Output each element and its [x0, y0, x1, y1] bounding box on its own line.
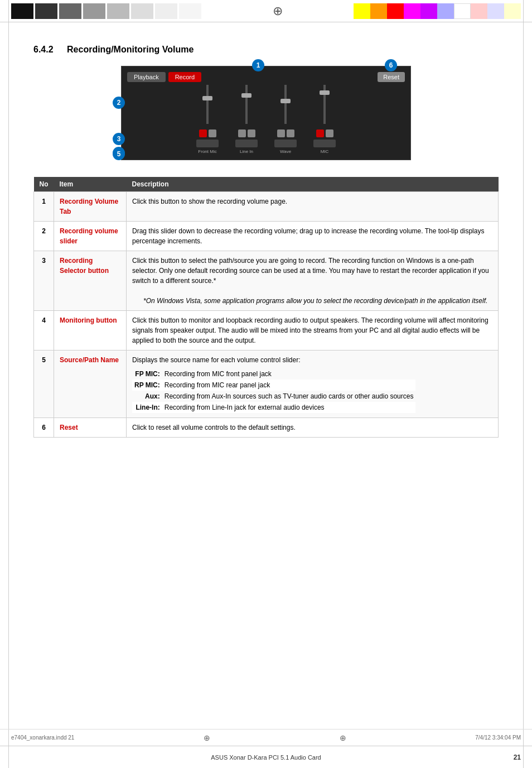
color-strip-3 — [387, 3, 404, 19]
source-line-in-value: Recording from Line-In jack for external… — [162, 402, 416, 413]
source-rp-mic-value: Recording from MIC rear panel jack — [162, 380, 416, 391]
footer-bar: ASUS Xonar D-Kara PCI 5.1 Audio Card 21 — [0, 746, 532, 768]
row-5-no: 5 — [34, 351, 54, 418]
callout-5: 5 — [113, 148, 125, 160]
channel-2-record-btn[interactable] — [238, 129, 246, 137]
callout-1: 1 — [252, 59, 264, 71]
row-1-item: Recording Volume Tab — [54, 192, 127, 222]
channel-2-mute-btn[interactable] — [248, 129, 255, 137]
callout-3: 3 — [113, 133, 125, 145]
table-header-no: No — [34, 177, 54, 192]
source-row-aux: Aux: Recording from Aux-In sources such … — [132, 391, 415, 402]
table-row: 5 Source/Path Name Displays the source n… — [34, 351, 499, 418]
channel-4-slider-thumb[interactable] — [320, 90, 330, 95]
table-row: 2 Recording volume slider Drag this slid… — [34, 222, 499, 251]
row-6-item: Reset — [54, 418, 127, 438]
color-block-8 — [179, 3, 201, 19]
bottom-strip-compass-right: ⊕ — [340, 733, 346, 742]
main-content: 6.4.2 Recording/Monitoring Volume 1 6 2 … — [0, 22, 532, 460]
row-3-description-note: *On Windows Vista, some application prog… — [143, 297, 487, 305]
channel-1-label: Front Mic — [198, 149, 216, 154]
row-6-no: 6 — [34, 418, 54, 438]
source-line-in-label: Line-In: — [132, 402, 162, 413]
color-strip-4 — [404, 3, 420, 19]
color-strip-1 — [354, 3, 370, 19]
playback-tab[interactable]: Playback — [127, 72, 166, 82]
page-border-left — [8, 0, 9, 768]
channel-3-label: Wave — [280, 149, 291, 154]
channel-3-selector[interactable] — [274, 140, 297, 147]
row-4-no: 4 — [34, 311, 54, 351]
channel-3-mute-btn[interactable] — [287, 129, 294, 137]
page-border-right — [523, 0, 524, 768]
channel-2-label: Line In — [240, 149, 253, 154]
row-3-item: Recording Selector button — [54, 251, 127, 311]
color-strip-6 — [437, 3, 454, 19]
row-5-description-main: Displays the source name for each volume… — [132, 356, 300, 364]
color-block-5 — [107, 3, 129, 19]
section-title: Recording/Monitoring Volume — [67, 45, 194, 54]
bottom-strip-compass-left: ⊕ — [204, 733, 210, 742]
row-2-no: 2 — [34, 222, 54, 251]
row-2-description: Drag this slider down to decrease the re… — [127, 222, 499, 251]
source-rp-mic-label: RP MIC: — [132, 380, 162, 391]
table-header-description: Description — [127, 177, 499, 192]
source-list: FP MIC: Recording from MIC front panel j… — [132, 368, 492, 413]
row-5-item: Source/Path Name — [54, 351, 127, 418]
channel-1-controls — [199, 129, 216, 137]
channel-2-selector[interactable] — [235, 140, 258, 147]
top-bar: ⊕ — [0, 0, 532, 22]
reset-button-mixer[interactable]: Reset — [378, 72, 405, 82]
channel-4-slider-track — [323, 85, 326, 124]
top-bar-right — [354, 3, 521, 19]
mixer-tabs-row: Playback Record Reset — [127, 72, 405, 82]
channel-1-selector[interactable] — [196, 140, 219, 147]
source-aux-value: Recording from Aux-In sources such as TV… — [162, 391, 416, 402]
channel-3-slider-thumb[interactable] — [280, 99, 291, 103]
info-table: No Item Description 1 Recording Volume T… — [33, 177, 499, 438]
row-3-no: 3 — [34, 251, 54, 311]
section-heading: 6.4.2 Recording/Monitoring Volume — [33, 45, 499, 55]
channel-4-selector[interactable] — [313, 140, 336, 147]
channel-4-mute-btn[interactable] — [326, 129, 333, 137]
compass-icon: ⊕ — [273, 4, 283, 18]
mixer-channels: Front Mic Line In — [127, 82, 405, 154]
row-4-item: Monitoring button — [54, 311, 127, 351]
table-row: 1 Recording Volume Tab Click this button… — [34, 192, 499, 222]
color-strip-7 — [454, 3, 471, 19]
row-1-description: Click this button to show the recording … — [127, 192, 499, 222]
color-block-4 — [83, 3, 105, 19]
source-row-rp-mic: RP MIC: Recording from MIC rear panel ja… — [132, 380, 415, 391]
color-block-2 — [35, 3, 57, 19]
bottom-strip: e7404_xonarkara.indd 21 ⊕ ⊕ 7/4/12 3:34:… — [0, 729, 532, 746]
channel-3-slider-track — [284, 85, 287, 124]
source-row-line-in: Line-In: Recording from Line-In jack for… — [132, 402, 415, 413]
channel-mic: MIC — [309, 82, 340, 154]
table-row: 6 Reset Click to reset all volume contro… — [34, 418, 499, 438]
channel-4-label: MIC — [321, 149, 329, 154]
channel-3-controls — [277, 129, 294, 137]
footer-center: ASUS Xonar D-Kara PCI 5.1 Audio Card — [211, 754, 321, 761]
bottom-strip-left: e7404_xonarkara.indd 21 — [11, 735, 74, 741]
bottom-strip-right: 7/4/12 3:34:04 PM — [475, 735, 521, 741]
source-aux-label: Aux: — [132, 391, 162, 402]
callout-6: 6 — [385, 59, 397, 71]
channel-2-slider-thumb[interactable] — [241, 93, 252, 98]
channel-4-record-btn[interactable] — [316, 129, 324, 137]
color-strip-8 — [471, 3, 487, 19]
channel-1-record-btn[interactable] — [199, 129, 207, 137]
color-block-1 — [11, 3, 33, 19]
row-6-description: Click to reset all volume controls to th… — [127, 418, 499, 438]
source-fp-mic-label: FP MIC: — [132, 368, 162, 380]
channel-3-record-btn[interactable] — [277, 129, 285, 137]
channel-1-mute-btn[interactable] — [209, 129, 216, 137]
table-row: 3 Recording Selector button Click this b… — [34, 251, 499, 311]
record-tab[interactable]: Record — [168, 72, 201, 82]
channel-1-slider-thumb[interactable] — [202, 96, 212, 100]
color-strip-10 — [504, 3, 521, 19]
mixer-ui: Playback Record Reset Front M — [121, 66, 411, 160]
source-fp-mic-value: Recording from MIC front panel jack — [162, 368, 416, 380]
top-bar-left — [11, 3, 201, 19]
color-strip-9 — [487, 3, 504, 19]
source-row-fp-mic: FP MIC: Recording from MIC front panel j… — [132, 368, 415, 380]
